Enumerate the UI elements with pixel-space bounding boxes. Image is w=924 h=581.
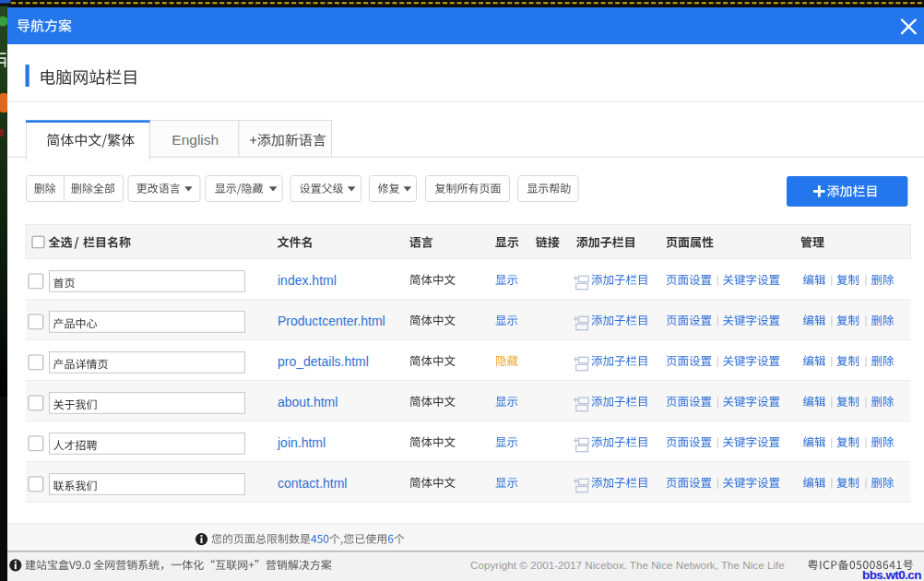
svg-text:bbs.wt0.cn: bbs.wt0.cn: [862, 568, 922, 581]
svg-text:Productcenter.html: Productcenter.html: [278, 314, 385, 328]
svg-text:join.html: join.html: [277, 435, 326, 450]
svg-text:pro_details.html: pro_details.html: [278, 354, 369, 369]
svg-text:Copyright © 2001-2017 Nicebox.: Copyright © 2001-2017 Nicebox. The Nice …: [470, 559, 785, 571]
svg-text:about.html: about.html: [278, 395, 338, 409]
svg-text:index.html: index.html: [278, 273, 337, 288]
svg-text:English: English: [172, 132, 219, 148]
svg-text:contact.html: contact.html: [278, 476, 347, 491]
